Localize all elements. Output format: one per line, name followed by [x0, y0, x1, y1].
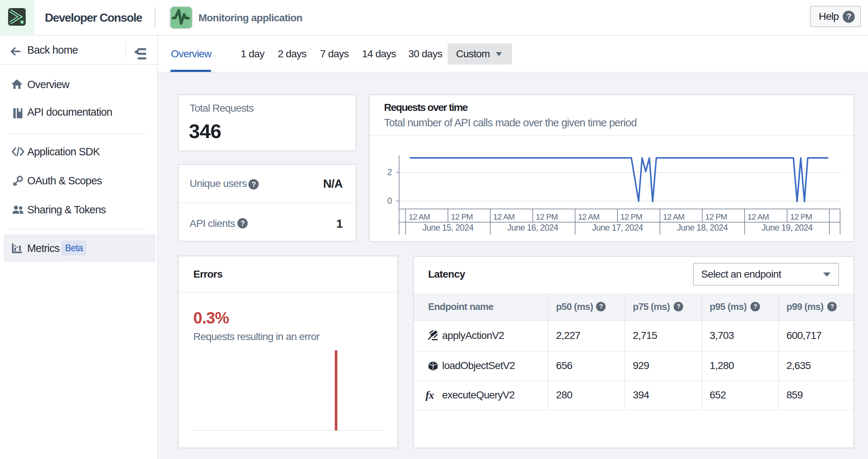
svg-text:12 PM: 12 PM	[451, 212, 473, 221]
svg-text:12 PM: 12 PM	[536, 212, 558, 221]
svg-text:0: 0	[387, 196, 392, 206]
svg-text:12 AM: 12 AM	[663, 212, 684, 221]
svg-text:12 PM: 12 PM	[790, 212, 812, 221]
svg-text:12 AM: 12 AM	[409, 212, 430, 221]
svg-text:June 17, 2024: June 17, 2024	[592, 223, 643, 232]
svg-text:June 19, 2024: June 19, 2024	[761, 223, 813, 232]
svg-text:12 AM: 12 AM	[493, 212, 514, 221]
svg-text:2: 2	[387, 167, 392, 177]
svg-text:12 AM: 12 AM	[747, 212, 769, 221]
svg-text:June 18, 2024: June 18, 2024	[677, 223, 728, 232]
svg-text:12 PM: 12 PM	[620, 212, 642, 221]
svg-text:12 PM: 12 PM	[705, 212, 727, 221]
svg-text:June 15, 2024: June 15, 2024	[423, 223, 474, 232]
svg-text:12 AM: 12 AM	[578, 212, 599, 221]
svg-text:June 16, 2024: June 16, 2024	[507, 223, 558, 232]
